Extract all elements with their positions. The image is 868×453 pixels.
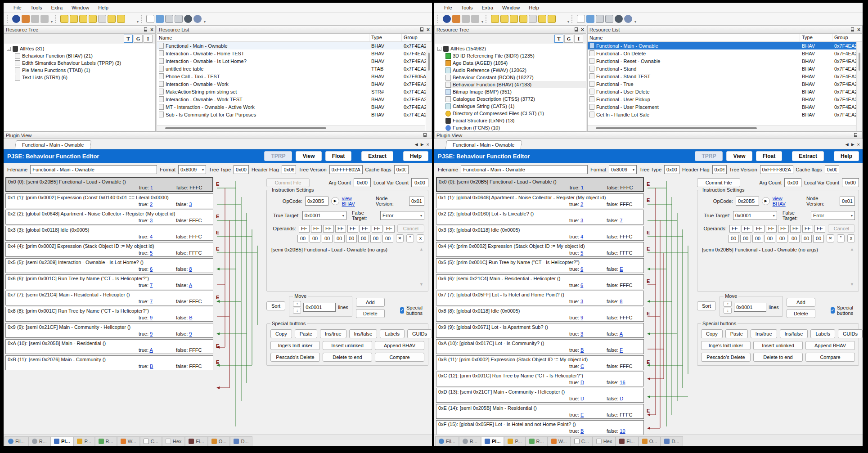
view-tab[interactable]: Hex: [162, 436, 185, 446]
tree-item[interactable]: Catalogue Description (CTSS) (3772): [445, 95, 586, 103]
instruction-row[interactable]: 0xE (14): [semi 0x205B] Main - Residenti…: [436, 404, 644, 419]
special-button[interactable]: Pescado's Delete: [270, 353, 320, 362]
list-item[interactable]: Phone Call - Taxi - TEST BHAV 0x7F805A: [157, 72, 432, 80]
tab-prev-icon[interactable]: ◀: [415, 142, 418, 147]
true-target-link[interactable]: B: [150, 363, 153, 369]
tab-functional-main-ownable[interactable]: Functional - Main - Ownable: [15, 140, 91, 149]
true-target-link[interactable]: 7: [150, 299, 153, 304]
instruction-row[interactable]: 0x9 (9): [semi 0x21CF] Main - Community …: [5, 323, 213, 338]
operand-cell[interactable]: FF: [742, 225, 752, 233]
toolbar-overflow-icon[interactable]: ▾: [51, 20, 53, 25]
view-tab[interactable]: C...: [571, 436, 593, 446]
special-button[interactable]: GUIDs: [407, 329, 432, 338]
scroll-down-icon[interactable]: ▼: [850, 282, 854, 287]
true-target-link[interactable]: 6: [580, 283, 583, 288]
operand-cell[interactable]: FF: [311, 225, 322, 233]
instruction-row[interactable]: 0xB (11): [semi 0x2076] Main - Community…: [5, 355, 213, 370]
list-item[interactable]: Interaction - Ownable - Work TEST BHAV 0…: [157, 95, 432, 103]
help-button[interactable]: Help: [403, 151, 428, 161]
list-item[interactable]: Functional - On Delete BHAV 0x7F4EA2: [588, 49, 862, 57]
tprp-button[interactable]: TPRP: [695, 151, 723, 161]
operand-cell[interactable]: 00: [346, 235, 357, 242]
repair-wand-icon[interactable]: [557, 15, 565, 23]
tab-next-icon[interactable]: ▶: [421, 142, 424, 147]
instruction-row[interactable]: 0x7 (7): [global 0x05FF] Lot - Is Hotel …: [436, 291, 644, 305]
cache-flags-input[interactable]: [825, 165, 839, 174]
neighborhood-icon[interactable]: [452, 15, 460, 23]
move-lines-input[interactable]: [303, 303, 336, 312]
cancel-button[interactable]: Cancel: [828, 224, 855, 233]
operand-cell[interactable]: 00: [801, 235, 812, 242]
commit-file-button[interactable]: Commit File: [266, 178, 310, 187]
operand-cell[interactable]: FF: [778, 225, 789, 233]
view-tab[interactable]: D...: [661, 436, 683, 446]
false-target-link[interactable]: FFFC: [189, 185, 202, 190]
true-target-link[interactable]: E: [580, 412, 584, 417]
list-item[interactable]: Functional - Stand TEST BHAV 0x7F4EA2: [588, 72, 862, 80]
operand-cell[interactable]: 00: [752, 235, 763, 242]
local-var-count-input[interactable]: [411, 178, 428, 187]
instruction-row[interactable]: 0x6 (6): [prim 0x001C] Run Tree by Name …: [5, 274, 213, 289]
column-group[interactable]: Group: [832, 34, 862, 41]
special-button[interactable]: Ins/false: [349, 329, 378, 338]
view-tab[interactable]: R...: [459, 436, 481, 446]
false-target-select[interactable]: Error▾: [811, 211, 855, 220]
instruction-row[interactable]: 0x1 (1): [global 0x0648] Apartment - Noi…: [436, 193, 644, 208]
instruction-row[interactable]: 0x4 (4): [prim 0x0002] Expression (Stack…: [436, 242, 644, 257]
menu-item[interactable]: Extra: [46, 4, 67, 12]
operand-cell[interactable]: FF: [347, 225, 358, 233]
operand-cell[interactable]: 00: [765, 235, 775, 242]
true-target-link[interactable]: 7: [150, 283, 153, 288]
filename-input[interactable]: [30, 165, 157, 174]
false-target-link[interactable]: FFFC: [620, 315, 632, 320]
instruction-row[interactable]: 0xA (10): [global 0x017C] Lot - Is Commu…: [436, 339, 644, 354]
tree-item[interactable]: Facial Structure (LxNR) (13): [445, 117, 586, 124]
move-lines-input[interactable]: [734, 303, 766, 312]
vertical-scrollbar[interactable]: [426, 42, 432, 131]
true-target-link[interactable]: 1: [581, 185, 584, 190]
tree-type-input[interactable]: [234, 165, 249, 174]
special-button[interactable]: Append BHAV: [375, 341, 424, 350]
comment-disabled-icon[interactable]: [529, 15, 537, 23]
false-target-link[interactable]: 10: [620, 428, 625, 434]
list-item[interactable]: Get In - Handle Lot Sale BHAV 0x7F4EA2: [588, 111, 862, 118]
wrench-icon[interactable]: ✕: [827, 234, 834, 242]
web-disabled-icon[interactable]: [193, 15, 202, 23]
operand-cell[interactable]: FF: [335, 225, 346, 233]
false-target-link[interactable]: FFFC: [620, 283, 632, 288]
format-select[interactable]: 0x8009▾: [178, 165, 206, 174]
filename-input[interactable]: [461, 165, 588, 174]
node-version-input[interactable]: [840, 197, 855, 206]
operand-cell[interactable]: FF: [323, 225, 334, 233]
special-button[interactable]: Delete to end: [323, 353, 372, 362]
arg-count-input[interactable]: [354, 178, 371, 187]
filter-toggle-button[interactable]: I: [574, 35, 583, 43]
false-target-link[interactable]: FFFC: [189, 234, 202, 239]
open-file-icon[interactable]: [156, 15, 164, 23]
view-bhav-link[interactable]: view BHAV: [342, 196, 366, 206]
filter-toggle-button[interactable]: T: [124, 35, 133, 43]
view-tab[interactable]: W...: [117, 436, 140, 446]
tree-item[interactable]: Behaviour Function (BHAV) (21): [15, 52, 155, 59]
false-target-link[interactable]: A: [189, 283, 192, 288]
menu-item[interactable]: Tools: [26, 4, 47, 12]
special-button[interactable]: Pescado's Delete: [701, 353, 751, 362]
view-tab[interactable]: R...: [28, 436, 50, 446]
view-tab[interactable]: W...: [548, 436, 571, 446]
view-tab[interactable]: Fi...: [616, 436, 638, 446]
special-button[interactable]: Ins/true: [320, 329, 346, 338]
true-target-link[interactable]: 9: [580, 315, 583, 320]
new-file-icon[interactable]: [146, 15, 154, 23]
instruction-row[interactable]: 0x7 (7): [semi 0x21C4] Main - Residentia…: [5, 291, 213, 305]
column-name[interactable]: Name: [157, 34, 369, 41]
menu-item[interactable]: Window: [498, 4, 524, 12]
tree-root[interactable]: -AllRes (31): [7, 45, 155, 52]
menu-item[interactable]: File: [9, 4, 26, 12]
node-version-input[interactable]: [409, 197, 424, 206]
toolbar-overflow-icon[interactable]: ▾: [137, 20, 139, 25]
instruction-row[interactable]: 0x8 (8): [prim 0x001C] Run Tree by Name …: [5, 307, 213, 322]
true-target-link[interactable]: 4: [150, 234, 153, 239]
view-tab[interactable]: R...: [526, 436, 548, 446]
instruction-row[interactable]: 0x9 (9): [global 0x0671] Lot - Is Apartm…: [436, 323, 644, 338]
notes-icon[interactable]: [538, 15, 546, 23]
